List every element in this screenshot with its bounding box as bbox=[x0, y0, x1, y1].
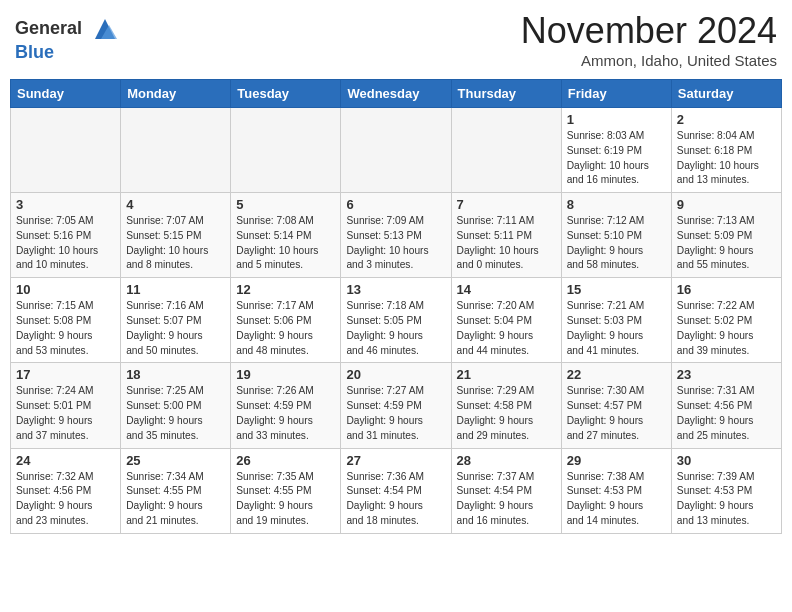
day-info: Sunrise: 7:16 AM Sunset: 5:07 PM Dayligh… bbox=[126, 299, 225, 358]
day-info: Sunrise: 7:13 AM Sunset: 5:09 PM Dayligh… bbox=[677, 214, 776, 273]
title-area: November 2024 Ammon, Idaho, United State… bbox=[521, 10, 777, 69]
calendar-cell bbox=[451, 108, 561, 193]
calendar-cell bbox=[341, 108, 451, 193]
day-info: Sunrise: 7:17 AM Sunset: 5:06 PM Dayligh… bbox=[236, 299, 335, 358]
calendar-cell: 6Sunrise: 7:09 AM Sunset: 5:13 PM Daylig… bbox=[341, 193, 451, 278]
day-number: 6 bbox=[346, 197, 445, 212]
day-info: Sunrise: 7:30 AM Sunset: 4:57 PM Dayligh… bbox=[567, 384, 666, 443]
day-number: 4 bbox=[126, 197, 225, 212]
day-number: 26 bbox=[236, 453, 335, 468]
weekday-header-sunday: Sunday bbox=[11, 80, 121, 108]
day-number: 2 bbox=[677, 112, 776, 127]
calendar-week-2: 3Sunrise: 7:05 AM Sunset: 5:16 PM Daylig… bbox=[11, 193, 782, 278]
calendar-cell: 2Sunrise: 8:04 AM Sunset: 6:18 PM Daylig… bbox=[671, 108, 781, 193]
calendar-cell: 4Sunrise: 7:07 AM Sunset: 5:15 PM Daylig… bbox=[121, 193, 231, 278]
day-number: 29 bbox=[567, 453, 666, 468]
weekday-header-saturday: Saturday bbox=[671, 80, 781, 108]
day-number: 13 bbox=[346, 282, 445, 297]
calendar-week-5: 24Sunrise: 7:32 AM Sunset: 4:56 PM Dayli… bbox=[11, 448, 782, 533]
calendar-cell: 14Sunrise: 7:20 AM Sunset: 5:04 PM Dayli… bbox=[451, 278, 561, 363]
calendar-cell: 30Sunrise: 7:39 AM Sunset: 4:53 PM Dayli… bbox=[671, 448, 781, 533]
day-number: 16 bbox=[677, 282, 776, 297]
day-info: Sunrise: 7:32 AM Sunset: 4:56 PM Dayligh… bbox=[16, 470, 115, 529]
day-number: 24 bbox=[16, 453, 115, 468]
day-info: Sunrise: 7:18 AM Sunset: 5:05 PM Dayligh… bbox=[346, 299, 445, 358]
day-number: 27 bbox=[346, 453, 445, 468]
day-number: 15 bbox=[567, 282, 666, 297]
logo-general: General bbox=[15, 18, 82, 38]
logo: General Blue bbox=[15, 15, 119, 63]
day-info: Sunrise: 7:05 AM Sunset: 5:16 PM Dayligh… bbox=[16, 214, 115, 273]
day-info: Sunrise: 7:37 AM Sunset: 4:54 PM Dayligh… bbox=[457, 470, 556, 529]
day-info: Sunrise: 7:22 AM Sunset: 5:02 PM Dayligh… bbox=[677, 299, 776, 358]
day-info: Sunrise: 7:25 AM Sunset: 5:00 PM Dayligh… bbox=[126, 384, 225, 443]
day-info: Sunrise: 7:11 AM Sunset: 5:11 PM Dayligh… bbox=[457, 214, 556, 273]
calendar-cell: 29Sunrise: 7:38 AM Sunset: 4:53 PM Dayli… bbox=[561, 448, 671, 533]
calendar-cell: 13Sunrise: 7:18 AM Sunset: 5:05 PM Dayli… bbox=[341, 278, 451, 363]
calendar-cell: 15Sunrise: 7:21 AM Sunset: 5:03 PM Dayli… bbox=[561, 278, 671, 363]
day-number: 18 bbox=[126, 367, 225, 382]
calendar-cell: 12Sunrise: 7:17 AM Sunset: 5:06 PM Dayli… bbox=[231, 278, 341, 363]
day-number: 11 bbox=[126, 282, 225, 297]
day-info: Sunrise: 7:39 AM Sunset: 4:53 PM Dayligh… bbox=[677, 470, 776, 529]
calendar-cell: 18Sunrise: 7:25 AM Sunset: 5:00 PM Dayli… bbox=[121, 363, 231, 448]
day-info: Sunrise: 7:29 AM Sunset: 4:58 PM Dayligh… bbox=[457, 384, 556, 443]
calendar-cell bbox=[11, 108, 121, 193]
day-number: 1 bbox=[567, 112, 666, 127]
day-info: Sunrise: 7:27 AM Sunset: 4:59 PM Dayligh… bbox=[346, 384, 445, 443]
day-number: 21 bbox=[457, 367, 556, 382]
calendar-cell: 17Sunrise: 7:24 AM Sunset: 5:01 PM Dayli… bbox=[11, 363, 121, 448]
calendar-cell: 26Sunrise: 7:35 AM Sunset: 4:55 PM Dayli… bbox=[231, 448, 341, 533]
day-number: 3 bbox=[16, 197, 115, 212]
day-info: Sunrise: 7:35 AM Sunset: 4:55 PM Dayligh… bbox=[236, 470, 335, 529]
day-info: Sunrise: 7:34 AM Sunset: 4:55 PM Dayligh… bbox=[126, 470, 225, 529]
calendar-cell: 1Sunrise: 8:03 AM Sunset: 6:19 PM Daylig… bbox=[561, 108, 671, 193]
calendar-cell bbox=[231, 108, 341, 193]
day-info: Sunrise: 7:31 AM Sunset: 4:56 PM Dayligh… bbox=[677, 384, 776, 443]
day-number: 19 bbox=[236, 367, 335, 382]
page-header: General Blue November 2024 Ammon, Idaho,… bbox=[10, 10, 782, 69]
calendar-week-1: 1Sunrise: 8:03 AM Sunset: 6:19 PM Daylig… bbox=[11, 108, 782, 193]
day-info: Sunrise: 7:12 AM Sunset: 5:10 PM Dayligh… bbox=[567, 214, 666, 273]
weekday-header-monday: Monday bbox=[121, 80, 231, 108]
day-number: 20 bbox=[346, 367, 445, 382]
day-info: Sunrise: 7:09 AM Sunset: 5:13 PM Dayligh… bbox=[346, 214, 445, 273]
day-number: 17 bbox=[16, 367, 115, 382]
calendar-cell: 3Sunrise: 7:05 AM Sunset: 5:16 PM Daylig… bbox=[11, 193, 121, 278]
calendar-cell: 24Sunrise: 7:32 AM Sunset: 4:56 PM Dayli… bbox=[11, 448, 121, 533]
day-number: 5 bbox=[236, 197, 335, 212]
calendar-cell: 23Sunrise: 7:31 AM Sunset: 4:56 PM Dayli… bbox=[671, 363, 781, 448]
calendar-cell: 9Sunrise: 7:13 AM Sunset: 5:09 PM Daylig… bbox=[671, 193, 781, 278]
logo-blue: Blue bbox=[15, 42, 54, 62]
day-number: 8 bbox=[567, 197, 666, 212]
day-number: 10 bbox=[16, 282, 115, 297]
location: Ammon, Idaho, United States bbox=[521, 52, 777, 69]
day-info: Sunrise: 7:26 AM Sunset: 4:59 PM Dayligh… bbox=[236, 384, 335, 443]
day-number: 23 bbox=[677, 367, 776, 382]
day-number: 25 bbox=[126, 453, 225, 468]
day-number: 28 bbox=[457, 453, 556, 468]
calendar-cell: 28Sunrise: 7:37 AM Sunset: 4:54 PM Dayli… bbox=[451, 448, 561, 533]
day-info: Sunrise: 7:36 AM Sunset: 4:54 PM Dayligh… bbox=[346, 470, 445, 529]
calendar-cell: 11Sunrise: 7:16 AM Sunset: 5:07 PM Dayli… bbox=[121, 278, 231, 363]
day-info: Sunrise: 8:04 AM Sunset: 6:18 PM Dayligh… bbox=[677, 129, 776, 188]
day-info: Sunrise: 7:15 AM Sunset: 5:08 PM Dayligh… bbox=[16, 299, 115, 358]
day-info: Sunrise: 7:21 AM Sunset: 5:03 PM Dayligh… bbox=[567, 299, 666, 358]
day-number: 14 bbox=[457, 282, 556, 297]
weekday-header-wednesday: Wednesday bbox=[341, 80, 451, 108]
day-info: Sunrise: 7:38 AM Sunset: 4:53 PM Dayligh… bbox=[567, 470, 666, 529]
weekday-header-tuesday: Tuesday bbox=[231, 80, 341, 108]
calendar-cell: 16Sunrise: 7:22 AM Sunset: 5:02 PM Dayli… bbox=[671, 278, 781, 363]
calendar-cell: 10Sunrise: 7:15 AM Sunset: 5:08 PM Dayli… bbox=[11, 278, 121, 363]
calendar-cell: 21Sunrise: 7:29 AM Sunset: 4:58 PM Dayli… bbox=[451, 363, 561, 448]
calendar-cell: 8Sunrise: 7:12 AM Sunset: 5:10 PM Daylig… bbox=[561, 193, 671, 278]
calendar-week-4: 17Sunrise: 7:24 AM Sunset: 5:01 PM Dayli… bbox=[11, 363, 782, 448]
calendar-week-3: 10Sunrise: 7:15 AM Sunset: 5:08 PM Dayli… bbox=[11, 278, 782, 363]
day-number: 30 bbox=[677, 453, 776, 468]
calendar-cell: 22Sunrise: 7:30 AM Sunset: 4:57 PM Dayli… bbox=[561, 363, 671, 448]
day-number: 9 bbox=[677, 197, 776, 212]
day-info: Sunrise: 7:20 AM Sunset: 5:04 PM Dayligh… bbox=[457, 299, 556, 358]
calendar-table: SundayMondayTuesdayWednesdayThursdayFrid… bbox=[10, 79, 782, 534]
calendar-cell: 7Sunrise: 7:11 AM Sunset: 5:11 PM Daylig… bbox=[451, 193, 561, 278]
calendar-cell: 20Sunrise: 7:27 AM Sunset: 4:59 PM Dayli… bbox=[341, 363, 451, 448]
